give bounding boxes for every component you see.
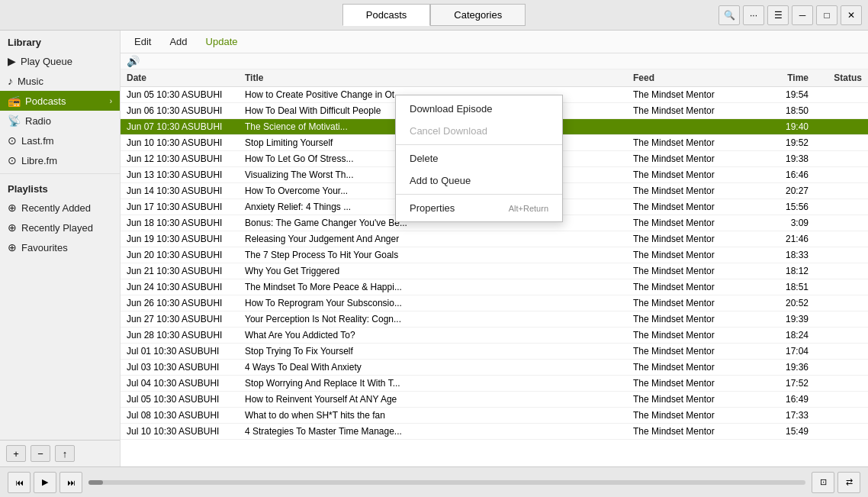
cell-date: Jul 04 10:30 ASUBUHI — [127, 378, 245, 389]
sidebar-item-podcasts[interactable]: 📻 Podcasts › — [0, 91, 120, 111]
sidebar-item-label: Recently Played — [21, 222, 93, 234]
cell-time: 18:12 — [763, 266, 809, 276]
table-row[interactable]: Jun 28 10:30 ASUBUHI What Are You Addict… — [121, 328, 868, 344]
cell-time: 17:04 — [763, 346, 809, 357]
shuffle-btn[interactable]: ⇄ — [837, 472, 860, 493]
cell-date: Jul 08 10:30 ASUBUHI — [127, 410, 245, 421]
remove-btn[interactable]: − — [31, 445, 50, 462]
search-button[interactable]: 🔍 — [719, 5, 740, 25]
maximize-button[interactable]: □ — [816, 5, 837, 25]
table-row[interactable]: Jul 03 10:30 ASUBUHI 4 Ways To Deal With… — [121, 360, 868, 376]
cell-feed: The Mindset Mentor — [633, 362, 763, 373]
add-btn[interactable]: + — [6, 445, 26, 462]
table-row[interactable]: Jun 26 10:30 ASUBUHI How To Reprogram Yo… — [121, 295, 868, 311]
context-menu-item-properties[interactable]: PropertiesAlt+Return — [396, 197, 562, 219]
cell-date: Jun 26 10:30 ASUBUHI — [127, 298, 245, 308]
sidebar-item-recently-added[interactable]: ⊕ Recently Added — [0, 198, 120, 218]
update-menu[interactable]: Update — [198, 34, 246, 50]
main-layout: Library ▶ Play Queue ♪ Music 📻 Podcasts … — [0, 31, 868, 466]
table-row[interactable]: Jul 01 10:30 ASUBUHI Stop Trying To Fix … — [121, 344, 868, 360]
menu-button[interactable]: ☰ — [767, 5, 789, 25]
play-queue-icon: ▶ — [8, 55, 16, 67]
next-btn[interactable]: ⏭ — [59, 472, 82, 493]
sidebar-item-label: Podcasts — [25, 95, 66, 107]
cell-feed: The Mindset Mentor — [633, 266, 763, 276]
table-row[interactable]: Jul 10 10:30 ASUBUHI 4 Strategies To Mas… — [121, 424, 868, 440]
playback-right-btns: ⊡ ⇄ — [812, 472, 860, 493]
tab-podcasts[interactable]: Podcasts — [342, 4, 430, 26]
cell-time: 15:56 — [763, 202, 809, 212]
progress-bar[interactable] — [88, 480, 805, 485]
cell-time: 19:52 — [763, 137, 809, 148]
sidebar-item-music[interactable]: ♪ Music — [0, 71, 120, 91]
context-menu-item-download-episode[interactable]: Download Episode — [396, 98, 562, 120]
more-button[interactable]: ··· — [743, 5, 764, 25]
cell-date: Jun 17 10:30 ASUBUHI — [127, 202, 245, 212]
table-body: Jun 05 10:30 ASUBUHI How to Create Posit… — [121, 87, 868, 466]
table-row[interactable]: Jun 20 10:30 ASUBUHI The 7 Step Process … — [121, 247, 868, 263]
sidebar-item-recently-played[interactable]: ⊕ Recently Played — [0, 218, 120, 237]
close-button[interactable]: ✕ — [841, 5, 862, 25]
context-menu-label: Add to Queue — [410, 175, 471, 186]
tab-categories[interactable]: Categories — [430, 4, 526, 26]
cell-time: 17:52 — [763, 378, 809, 389]
cell-time: 15:49 — [763, 426, 809, 437]
header-time: Time — [763, 73, 809, 83]
cell-feed: The Mindset Mentor — [633, 346, 763, 357]
table-row[interactable]: Jun 27 10:30 ASUBUHI Your Perception Is … — [121, 311, 868, 328]
cell-title: Stop Worrying And Replace It With T... — [245, 378, 633, 389]
cell-feed: The Mindset Mentor — [633, 330, 763, 340]
edit-menu[interactable]: Edit — [127, 34, 159, 50]
sidebar-item-label: Recently Added — [21, 202, 91, 214]
library-label: Library — [0, 31, 120, 51]
cell-date: Jun 14 10:30 ASUBUHI — [127, 186, 245, 196]
cell-date: Jun 12 10:30 ASUBUHI — [127, 153, 245, 164]
cell-date: Jun 05 10:30 ASUBUHI — [127, 89, 245, 100]
table-row[interactable]: Jun 21 10:30 ASUBUHI Why You Get Trigger… — [121, 263, 868, 279]
sidebar-item-radio[interactable]: 📡 Radio — [0, 111, 120, 131]
content-area: Edit Add Update 🔊 Date Title Feed Time S… — [121, 31, 868, 466]
sidebar-item-lastfm[interactable]: ⊙ Last.fm — [0, 131, 120, 150]
shortcut: Alt+Return — [509, 204, 548, 213]
cell-time: 19:39 — [763, 314, 809, 324]
table-header: Date Title Feed Time Status — [121, 69, 868, 87]
header-status: Status — [809, 73, 862, 83]
cell-date: Jun 10 10:30 ASUBUHI — [127, 137, 245, 148]
up-btn[interactable]: ↑ — [55, 445, 75, 462]
sidebar-item-librefm[interactable]: ⊙ Libre.fm — [0, 150, 120, 170]
podcasts-icon: 📻 — [8, 95, 21, 107]
cell-feed: The Mindset Mentor — [633, 426, 763, 437]
sidebar-item-label: Libre.fm — [21, 155, 57, 166]
cell-title: 4 Strategies To Master Time Manage... — [245, 426, 633, 437]
cell-time: 19:40 — [763, 121, 809, 132]
context-menu-item-delete[interactable]: Delete — [396, 147, 562, 169]
sidebar-item-label: Play Queue — [21, 56, 72, 67]
minimize-button[interactable]: ─ — [792, 5, 813, 25]
context-menu-separator — [396, 194, 562, 195]
add-menu[interactable]: Add — [162, 34, 194, 50]
table-row[interactable]: Jul 04 10:30 ASUBUHI Stop Worrying And R… — [121, 376, 868, 392]
cell-title: What to do when SH*T hits the fan — [245, 410, 633, 421]
favourites-icon: ⊕ — [8, 241, 17, 253]
cell-feed: The Mindset Mentor — [633, 186, 763, 196]
cell-title: 4 Ways To Deal With Anxiety — [245, 362, 633, 373]
table-row[interactable]: Jul 08 10:30 ASUBUHI What to do when SH*… — [121, 408, 868, 424]
volume-row: 🔊 — [121, 53, 868, 69]
cell-date: Jun 27 10:30 ASUBUHI — [127, 314, 245, 324]
play-btn[interactable]: ▶ — [34, 472, 56, 493]
volume-icon[interactable]: 🔊 — [127, 55, 140, 67]
window-controls: 🔍 ··· ☰ ─ □ ✕ — [719, 5, 862, 25]
table-row[interactable]: Jul 05 10:30 ASUBUHI How to Reinvent You… — [121, 392, 868, 408]
cell-time: 20:27 — [763, 186, 809, 196]
cell-date: Jun 21 10:30 ASUBUHI — [127, 266, 245, 276]
cell-feed: The Mindset Mentor — [633, 169, 763, 180]
cell-date: Jun 18 10:30 ASUBUHI — [127, 218, 245, 228]
table-row[interactable]: Jun 19 10:30 ASUBUHI Releasing Your Judg… — [121, 231, 868, 247]
cell-title: Releasing Your Judgement And Anger — [245, 234, 633, 244]
context-menu-item-add-to-queue[interactable]: Add to Queue — [396, 169, 562, 192]
sidebar-item-play-queue[interactable]: ▶ Play Queue — [0, 51, 120, 71]
playlist-btn[interactable]: ⊡ — [812, 472, 834, 493]
table-row[interactable]: Jun 24 10:30 ASUBUHI The Mindset To More… — [121, 279, 868, 295]
prev-btn[interactable]: ⏮ — [8, 472, 31, 493]
sidebar-item-favourites[interactable]: ⊕ Favourites — [0, 237, 120, 257]
